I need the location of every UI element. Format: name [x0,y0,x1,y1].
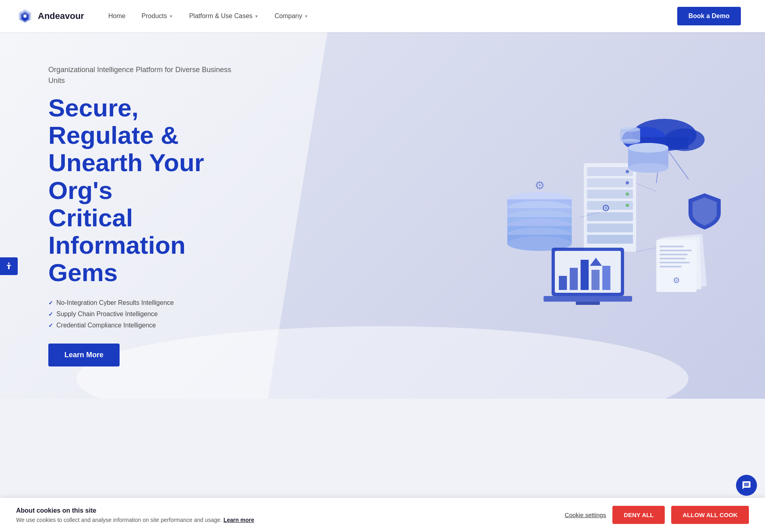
nav-home[interactable]: Home [108,12,126,20]
svg-rect-55 [591,270,600,290]
logo-icon [16,7,34,25]
cookie-title: About cookies on this site [16,507,254,514]
svg-line-61 [636,183,656,191]
cookie-settings-button[interactable]: Cookie settings [565,511,606,518]
navbar: Andeavour Home Products ▼ Platform & Use… [0,0,765,32]
cookie-description: We use cookies to collect and analyse in… [16,517,254,523]
svg-rect-30 [587,235,633,244]
cookie-banner: About cookies on this site We use cookie… [0,498,765,532]
svg-rect-47 [660,262,690,263]
accessibility-button[interactable] [0,257,18,275]
svg-rect-48 [660,266,682,267]
allow-all-button[interactable]: ALLOW ALL COOK [671,506,749,524]
cookie-buttons: Cookie settings DENY ALL ALLOW ALL COOK [565,506,749,524]
svg-rect-44 [660,250,692,251]
check-icon-2: ✓ [48,311,53,317]
chat-button[interactable] [736,475,757,496]
check-icon-1: ✓ [48,300,53,306]
learn-more-button[interactable]: Learn More [48,344,120,366]
nav-platform[interactable]: Platform & Use Cases ▼ [189,12,258,20]
feature-item-3: ✓ Credential Compliance Intelligence [48,322,250,329]
svg-point-32 [626,181,629,184]
hero-illustration: ⚙ [483,111,733,320]
feature-item-1: ✓ No-Integration Cyber Results Intellige… [48,299,250,306]
hero-features: ✓ No-Integration Cyber Results Intellige… [48,299,250,329]
cookie-learn-more-link[interactable]: Learn more [223,517,254,523]
svg-rect-29 [587,224,633,232]
hero-subtitle: Organizational Intelligence Platform for… [48,64,250,86]
svg-text:⚙: ⚙ [535,179,545,192]
brand-name: Andeavour [38,11,84,21]
svg-rect-59 [576,302,600,305]
nav-links: Home Products ▼ Platform & Use Cases ▼ C… [108,12,308,20]
svg-line-11 [668,151,688,179]
svg-rect-43 [660,246,684,247]
cookie-text-area: About cookies on this site We use cookie… [16,507,254,523]
company-chevron-icon: ▼ [304,14,308,19]
svg-rect-58 [544,296,632,302]
hero-content: Organizational Intelligence Platform for… [0,32,282,399]
svg-point-66 [620,139,640,144]
svg-rect-52 [559,276,567,290]
deny-all-button[interactable]: DENY ALL [612,506,665,524]
nav-company[interactable]: Company ▼ [275,12,308,20]
svg-point-0 [8,262,10,264]
svg-rect-53 [570,268,578,290]
svg-line-62 [636,248,656,252]
svg-rect-56 [602,266,610,290]
feature-item-2: ✓ Supply Chain Proactive Intelligence [48,311,250,318]
svg-rect-46 [660,258,686,259]
svg-rect-45 [660,254,688,255]
navbar-left: Andeavour Home Products ▼ Platform & Use… [16,7,308,25]
svg-point-5 [23,14,27,18]
nav-products[interactable]: Products ▼ [142,12,173,20]
logo-area[interactable]: Andeavour [16,7,84,25]
hero-section: Organizational Intelligence Platform for… [0,32,765,399]
svg-text:⚙: ⚙ [673,276,680,285]
svg-point-34 [626,204,629,207]
platform-chevron-icon: ▼ [254,14,258,19]
hero-title: Secure, Regulate & Unearth Your Org's Cr… [48,94,250,286]
svg-point-39 [628,143,668,153]
svg-point-38 [628,163,668,173]
check-icon-3: ✓ [48,322,53,329]
svg-point-31 [626,170,629,173]
svg-rect-54 [581,260,589,290]
svg-point-33 [626,193,629,196]
svg-rect-28 [587,212,633,221]
products-chevron-icon: ▼ [169,14,173,19]
book-demo-button[interactable]: Book a Demo [677,7,741,25]
